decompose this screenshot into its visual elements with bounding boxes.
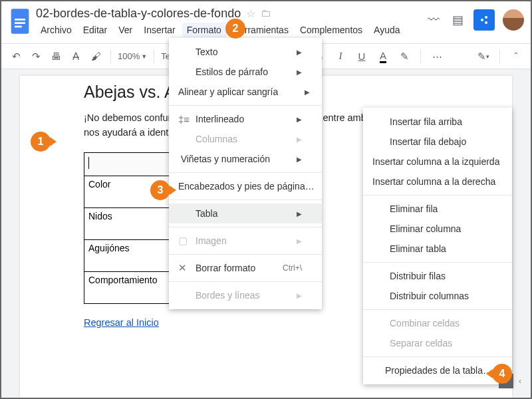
- svg-rect-0: [11, 9, 29, 33]
- submenu-item-eliminar-tabla[interactable]: Eliminar tabla: [363, 239, 512, 259]
- menu-ver[interactable]: Ver: [114, 23, 137, 37]
- avatar[interactable]: [503, 9, 524, 31]
- share-button[interactable]: [473, 9, 495, 31]
- chevron-right-icon: ▶: [270, 136, 302, 143]
- callout-4: 4: [492, 364, 512, 384]
- text-color-button[interactable]: A: [375, 49, 391, 65]
- submenu-item-insertar-columna-a-la-izquierda[interactable]: Insertar columna a la izquierda: [363, 152, 512, 172]
- star-icon[interactable]: ☆: [246, 7, 255, 20]
- spellcheck-button[interactable]: A̶: [68, 49, 84, 65]
- submenu-item-combinar-celdas: Combinar celdas: [363, 313, 512, 333]
- menu-item-encabezados-y-pies-de-página-[interactable]: Encabezados y pies de página…: [169, 176, 322, 196]
- menu-formato[interactable]: Formato: [182, 23, 226, 37]
- print-button[interactable]: 🖶: [48, 49, 64, 65]
- svg-rect-2: [15, 22, 25, 24]
- menu-item-bordes-y-líneas: Bordes y líneas▶: [169, 285, 322, 305]
- submenu-item-eliminar-columna[interactable]: Eliminar columna: [363, 219, 512, 239]
- chevron-right-icon: ▶: [270, 210, 302, 217]
- submenu-item-eliminar-fila[interactable]: Eliminar fila: [363, 199, 512, 219]
- submenu-item-insertar-fila-arriba[interactable]: Insertar fila arriba: [363, 112, 512, 132]
- submenu-item-insertar-columna-a-la-derecha[interactable]: Insertar columna a la derecha: [363, 172, 512, 192]
- chevron-right-icon: ▶: [270, 156, 302, 163]
- menu-item-borrar-formato[interactable]: ✕Borrar formatoCtrl+\: [169, 258, 322, 278]
- highlight-button[interactable]: ✎: [396, 49, 412, 65]
- menu-ayuda[interactable]: Ayuda: [369, 23, 404, 37]
- callout-3: 3: [150, 180, 170, 200]
- chevron-right-icon: ▶: [270, 68, 302, 76]
- table-submenu: Insertar fila arribaInsertar fila debajo…: [363, 108, 512, 384]
- menu-item-viñetas-y-numeración[interactable]: Viñetas y numeración▶: [169, 149, 322, 169]
- menu-complementos[interactable]: Complementos: [295, 23, 367, 37]
- submenu-item-distribuir-columnas[interactable]: Distribuir columnas: [363, 286, 512, 306]
- menu-item-columnas: Columnas▶: [169, 129, 322, 149]
- header-actions: 〰 ▤: [426, 5, 524, 31]
- activity-icon[interactable]: 〰: [426, 12, 442, 28]
- underline-button[interactable]: U: [354, 49, 370, 65]
- more-button[interactable]: ⋯: [429, 49, 445, 65]
- chevron-right-icon: ▶: [270, 116, 302, 123]
- menu-archivo[interactable]: Archivo: [36, 23, 76, 37]
- move-folder-icon[interactable]: 🗀: [261, 7, 271, 19]
- menu-item-alinear-y-aplicar-sangría[interactable]: Alinear y aplicar sangría▶: [169, 82, 322, 102]
- paint-format-button[interactable]: 🖌: [88, 49, 104, 65]
- format-dropdown: Texto▶Estilos de párrafo▶Alinear y aplic…: [169, 38, 322, 309]
- svg-rect-1: [15, 19, 25, 21]
- chevron-right-icon: ▶: [270, 292, 302, 299]
- submenu-item-insertar-fila-debajo[interactable]: Insertar fila debajo: [363, 132, 512, 152]
- editing-mode-button[interactable]: ✎ ▾: [475, 49, 491, 65]
- menu-insertar[interactable]: Insertar: [139, 23, 180, 37]
- svg-rect-3: [15, 26, 22, 28]
- menu-item-estilos-de-párrafo[interactable]: Estilos de párrafo▶: [169, 62, 322, 82]
- menu-item-imagen: ▢Imagen▶: [169, 231, 322, 251]
- redo-button[interactable]: ↷: [28, 49, 44, 65]
- document-title[interactable]: 02-bordes-de-tabla-y-colores-de-fondo: [36, 7, 241, 21]
- side-panel-toggle[interactable]: ‹: [519, 376, 528, 386]
- callout-1: 1: [31, 132, 51, 152]
- chevron-right-icon: ▶: [270, 237, 302, 245]
- return-link[interactable]: Regresar al Inicio: [84, 317, 159, 328]
- comments-icon[interactable]: ▤: [450, 12, 466, 28]
- undo-button[interactable]: ↶: [8, 49, 24, 65]
- chevron-right-icon: ▶: [270, 49, 302, 56]
- menu-item-texto[interactable]: Texto▶: [169, 42, 322, 62]
- menu-item-tabla[interactable]: Tabla▶: [169, 203, 322, 223]
- submenu-item-separar-celdas: Separar celdas: [363, 333, 512, 353]
- italic-button[interactable]: I: [332, 49, 348, 65]
- menu-item-interlineado[interactable]: ‡≡Interlineado▶: [169, 109, 322, 129]
- menu-editar[interactable]: Editar: [78, 23, 112, 37]
- submenu-item-distribuir-filas[interactable]: Distribuir filas: [363, 266, 512, 286]
- docs-logo-icon[interactable]: [8, 5, 32, 37]
- callout-2: 2: [225, 19, 245, 39]
- zoom-select[interactable]: 100% ▼: [118, 51, 147, 61]
- chevron-right-icon: ▶: [278, 88, 310, 96]
- collapse-toolbar-button[interactable]: ˆ: [508, 49, 524, 65]
